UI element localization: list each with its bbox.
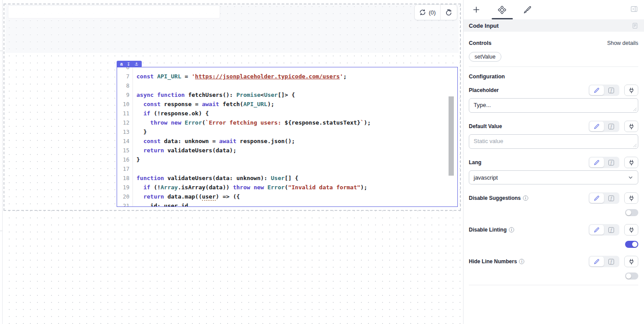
code-text: throw new Error(`Error fetching users: $…	[133, 118, 371, 127]
widget-name-label[interactable]: a	[120, 61, 123, 67]
code-editor-scrollbar[interactable]	[449, 96, 454, 176]
code-text: }	[133, 155, 140, 164]
code-line[interactable]: 13 }	[117, 127, 457, 136]
fx-mode-button[interactable]: f	[604, 122, 618, 131]
code-line[interactable]: 8	[117, 81, 457, 90]
info-icon[interactable]: i	[523, 195, 528, 201]
lang-select[interactable]: javascript	[469, 170, 638, 184]
property-row-placeholder: Placeholderf	[469, 85, 638, 96]
ghost-widget	[8, 5, 220, 18]
editor-canvas[interactable]: (0) a ↧ ⚓ 67const API_URL = 'https://jso…	[0, 0, 463, 324]
property-actions: f	[589, 224, 638, 236]
collapse-panel-icon[interactable]	[630, 5, 638, 13]
fx-mode-button[interactable]: f	[604, 225, 618, 235]
toggle-knob	[626, 273, 631, 279]
code-line[interactable]: 14 const data: unknown = await response.…	[117, 136, 457, 146]
panel-body: Controls Show details setValue Configura…	[464, 32, 644, 285]
code-input-widget[interactable]: 67const API_URL = 'https://jsonplacehold…	[117, 67, 458, 207]
property-panel: Code Input Controls Show details setValu…	[463, 0, 644, 324]
bind-data-button[interactable]	[624, 121, 638, 132]
anchor-icon[interactable]: ⚓	[134, 61, 138, 67]
code-text: const response = await fetch(API_URL);	[133, 99, 274, 109]
hide-line-numbers-toggle[interactable]	[625, 272, 638, 280]
static-mode-button[interactable]	[589, 193, 604, 203]
code-text: function validateUsers(data: unknown): U…	[133, 173, 298, 183]
bind-data-button[interactable]	[624, 224, 638, 236]
fx-mode-button[interactable]: f	[604, 193, 618, 203]
line-number: 17	[117, 164, 133, 173]
static-mode-button[interactable]	[589, 225, 604, 235]
property-row-hide-line-numbers: Hide Line Numbersif	[469, 256, 638, 267]
static-mode-button[interactable]	[589, 85, 604, 95]
code-line[interactable]: 19 if (!Array.isArray(data)) throw new E…	[117, 183, 457, 192]
disable-suggestions-toggle[interactable]	[625, 209, 638, 216]
chevron-down-icon	[628, 175, 633, 180]
line-number: 9	[117, 90, 133, 99]
property-actions: f	[589, 85, 638, 96]
code-text: id: user.id,	[133, 201, 191, 207]
fx-mode-button[interactable]: f	[604, 85, 618, 95]
collapsed-left-panel[interactable]	[0, 0, 3, 324]
property-actions: f	[589, 121, 638, 132]
fx-mode-button[interactable]: f	[604, 158, 618, 167]
code-line[interactable]: 18function validateUsers(data: unknown):…	[117, 173, 457, 183]
docs-icon[interactable]	[632, 22, 638, 29]
control-chip-setValue[interactable]: setValue	[469, 52, 501, 62]
code-line[interactable]: 17	[117, 164, 457, 173]
toggle-knob	[626, 210, 631, 215]
static-mode-button[interactable]	[589, 158, 604, 167]
property-row-default-value: Default Valuef	[469, 121, 638, 132]
code-line[interactable]: 21 id: user.id,	[117, 201, 457, 207]
resize-handle-icon[interactable]	[633, 107, 637, 111]
line-number: 7	[117, 72, 133, 81]
line-number: 19	[117, 183, 133, 192]
line-number: 15	[117, 146, 133, 155]
code-text	[133, 164, 136, 173]
info-icon[interactable]: i	[519, 259, 524, 264]
app-root: (0) a ↧ ⚓ 67const API_URL = 'https://jso…	[0, 0, 644, 324]
bind-data-button[interactable]	[624, 256, 638, 267]
line-number: 8	[117, 81, 133, 90]
bind-data-button[interactable]	[624, 192, 638, 204]
fx-mode-button[interactable]: f	[604, 257, 618, 266]
code-text	[133, 67, 136, 72]
tab-add[interactable]	[464, 0, 489, 19]
line-number: 12	[117, 118, 133, 127]
history-button[interactable]	[440, 5, 457, 20]
static-mode-button[interactable]	[589, 257, 604, 266]
line-number: 11	[117, 109, 133, 118]
sync-button[interactable]: (0)	[415, 5, 440, 20]
sync-count: (0)	[429, 9, 436, 16]
bind-data-button[interactable]	[624, 157, 638, 168]
code-line[interactable]: 6	[117, 67, 457, 72]
code-editor-content[interactable]: 67const API_URL = 'https://jsonplacehold…	[117, 67, 457, 207]
disable-linting-toggle[interactable]	[625, 241, 638, 248]
info-icon[interactable]: i	[509, 227, 514, 232]
tab-widgets[interactable]	[489, 0, 515, 19]
code-line[interactable]: 11 if (!response.ok) {	[117, 109, 457, 118]
line-number: 18	[117, 173, 133, 183]
placeholder-input[interactable]: Type...	[469, 98, 638, 113]
default-value-input[interactable]: Static value	[469, 134, 638, 149]
property-actions: f	[589, 256, 638, 267]
fx-icon: f	[608, 124, 614, 129]
section-divider	[469, 66, 638, 67]
code-line[interactable]: 9async function fetchUsers(): Promise<Us…	[117, 90, 457, 99]
fx-icon: f	[608, 259, 614, 265]
code-line[interactable]: 7const API_URL = 'https://jsonplaceholde…	[117, 72, 457, 81]
show-details-link[interactable]: Show details	[607, 40, 638, 46]
panel-tabs	[464, 0, 644, 19]
widget-name-badge[interactable]: a ↧ ⚓	[117, 61, 142, 67]
static-mode-button[interactable]	[589, 122, 604, 131]
resize-handle-icon[interactable]	[633, 144, 637, 147]
code-line[interactable]: 10 const response = await fetch(API_URL)…	[117, 99, 457, 109]
bind-data-button[interactable]	[624, 85, 638, 96]
code-line[interactable]: 16}	[117, 155, 457, 164]
code-line[interactable]: 20 return data.map((user) => ({	[117, 192, 457, 201]
code-line[interactable]: 12 throw new Error(`Error fetching users…	[117, 118, 457, 127]
move-down-icon[interactable]: ↧	[127, 61, 130, 67]
tab-style[interactable]	[515, 0, 540, 19]
code-line[interactable]: 15 return validateUsers(data);	[117, 146, 457, 155]
controls-section-title: Controls	[469, 40, 491, 46]
line-number: 6	[117, 67, 133, 72]
